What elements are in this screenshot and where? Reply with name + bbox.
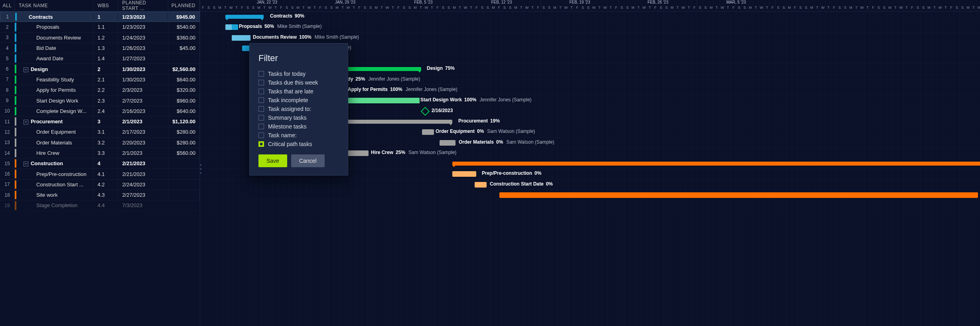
col-all[interactable]: ALL (0, 0, 15, 11)
task-name-cell[interactable]: Site work (15, 190, 94, 200)
save-button[interactable]: Save (258, 154, 287, 167)
task-name-cell[interactable]: Stage Completion (15, 200, 94, 210)
cancel-button[interactable]: Cancel (291, 154, 325, 167)
checkbox-icon[interactable] (258, 89, 264, 94)
col-planned[interactable]: PLANNED (168, 0, 200, 11)
table-row[interactable]: 19Stage Completion4.47/3/2023 (0, 200, 200, 211)
task-name-cell[interactable]: −Procurement (15, 117, 94, 126)
col-planned-start[interactable]: PLANNED START ... (118, 0, 168, 11)
task-name-cell[interactable]: Bid Date (15, 43, 94, 53)
filter-option[interactable]: Milestone tasks (258, 123, 339, 130)
row-number: 7 (0, 75, 15, 85)
timeline-day: T (340, 6, 345, 11)
filter-option[interactable]: Task name: (258, 132, 339, 138)
table-row[interactable]: 11−Procurement32/1/2023$1,120.00 (0, 117, 200, 127)
task-bar[interactable] (440, 140, 455, 146)
task-name-cell[interactable]: −Construction (15, 158, 94, 168)
task-name-cell[interactable]: Order Equipment (15, 127, 94, 137)
planned-cell (168, 190, 200, 200)
table-row[interactable]: 14Hire Crew3.32/1/2023$560.00 (0, 148, 200, 158)
checkbox-icon[interactable] (258, 141, 264, 147)
task-name-cell[interactable]: Feasibility Study (15, 75, 94, 85)
bar-label: Start Design Work100%Jennifer Jones (Sam… (420, 97, 532, 103)
task-name-cell[interactable]: Apply for Permits (15, 85, 94, 95)
filter-option[interactable]: Critical path tasks (258, 141, 339, 147)
task-name-cell[interactable]: Construction Start ... (15, 180, 94, 190)
filter-option[interactable]: Task incomplete (258, 97, 339, 103)
task-name-cell[interactable]: Proposals (15, 22, 94, 32)
task-name-cell[interactable]: Complete Design W... (15, 106, 94, 116)
task-bar[interactable] (225, 24, 238, 30)
filter-option[interactable]: Tasks that are late (258, 88, 339, 95)
timeline-day: T (854, 6, 859, 11)
table-row[interactable]: 1Contracts11/23/2023$945.00 (0, 12, 200, 22)
task-name-cell[interactable]: Award Date (15, 53, 94, 63)
wbs-cell: 2 (94, 64, 118, 74)
row-number: 15 (0, 158, 15, 168)
task-bar[interactable] (499, 192, 978, 198)
col-task-name[interactable]: TASK NAME (15, 0, 93, 11)
table-row[interactable]: 3Documents Review1.21/24/2023$360.00 (0, 33, 200, 43)
filter-option[interactable]: Tasks for today (258, 71, 339, 77)
col-wbs[interactable]: WBS (93, 0, 118, 11)
task-bar[interactable] (232, 35, 250, 41)
timeline-day: T (764, 6, 770, 11)
task-bar[interactable] (242, 45, 250, 51)
milestone-icon[interactable] (421, 107, 430, 116)
filter-option[interactable]: Summary tasks (258, 115, 339, 121)
timeline-day: S (329, 6, 334, 11)
table-row[interactable]: 17Construction Start ...4.22/24/2023 (0, 180, 200, 190)
filter-option[interactable]: Task assigned to: (258, 106, 339, 112)
table-row[interactable]: 16Prep/Pre-construction4.12/21/2023 (0, 169, 200, 179)
timeline-day: S (775, 6, 781, 11)
checkbox-icon[interactable] (258, 106, 264, 112)
table-row[interactable]: 2Proposals1.11/23/2023$540.00 (0, 22, 200, 32)
collapse-icon[interactable]: − (24, 67, 28, 72)
table-row[interactable]: 18Site work4.32/27/2023 (0, 190, 200, 200)
timeline-day: T (647, 6, 653, 11)
planned-cell (168, 53, 200, 63)
collapse-icon[interactable]: − (24, 162, 28, 166)
checkbox-icon[interactable] (258, 115, 264, 121)
table-row[interactable]: 12Order Equipment3.12/17/2023$280.00 (0, 127, 200, 137)
table-row[interactable]: 15−Construction42/21/2023 (0, 158, 200, 169)
task-name-cell[interactable]: −Design (15, 64, 94, 74)
summary-bar[interactable] (225, 15, 264, 19)
table-row[interactable]: 4Bid Date1.31/26/2023$45.00 (0, 43, 200, 53)
checkbox-icon[interactable] (258, 80, 264, 85)
table-row[interactable]: 8Apply for Permits2.22/3/2023$320.00 (0, 85, 200, 95)
table-row[interactable]: 9Start Design Work2.32/7/2023$960.00 (0, 95, 200, 106)
task-bar[interactable] (475, 182, 487, 188)
collapse-icon[interactable]: − (24, 120, 28, 124)
bar-label: Hire Crew25%Sam Watson (Sample) (371, 150, 456, 155)
timeline-day: W (859, 6, 865, 11)
checkbox-icon[interactable] (258, 97, 264, 103)
table-row[interactable]: 6−Design21/30/2023$2,560.00 (0, 64, 200, 74)
task-name-cell[interactable]: Order Materials (15, 138, 94, 148)
timeline-day: F (613, 6, 619, 11)
bar-label: Prep/Pre-construction0% (482, 170, 541, 176)
planned-cell: $640.00 (168, 106, 200, 116)
timeline-day: T (686, 6, 692, 11)
checkbox-icon[interactable] (258, 124, 264, 129)
panel-splitter[interactable] (199, 163, 202, 175)
timeline-day: F (770, 6, 775, 11)
task-name-cell[interactable]: Prep/Pre-construction (15, 169, 94, 179)
table-row[interactable]: 10Complete Design W...2.42/16/2023$640.0… (0, 106, 200, 117)
filter-option-label: Task assigned to: (268, 106, 311, 112)
task-bar[interactable] (452, 171, 476, 177)
task-bar[interactable] (422, 129, 434, 135)
grid-header: ALL TASK NAME WBS PLANNED START ... PLAN… (0, 0, 200, 12)
task-name-cell[interactable]: Documents Review (15, 33, 94, 43)
checkbox-icon[interactable] (258, 71, 264, 77)
table-row[interactable]: 5Award Date1.41/27/2023 (0, 53, 200, 64)
filter-option[interactable]: Tasks due this week (258, 79, 339, 86)
table-row[interactable]: 13Order Materials3.22/20/2023$280.00 (0, 138, 200, 148)
checkbox-icon[interactable] (258, 132, 264, 138)
summary-bar[interactable] (452, 162, 980, 166)
task-name-cell[interactable]: Start Design Work (15, 95, 94, 105)
timeline-day: T (223, 6, 228, 11)
task-name-cell[interactable]: Contracts (15, 12, 94, 22)
table-row[interactable]: 7Feasibility Study2.11/30/2023$640.00 (0, 75, 200, 85)
task-name-cell[interactable]: Hire Crew (15, 148, 94, 158)
